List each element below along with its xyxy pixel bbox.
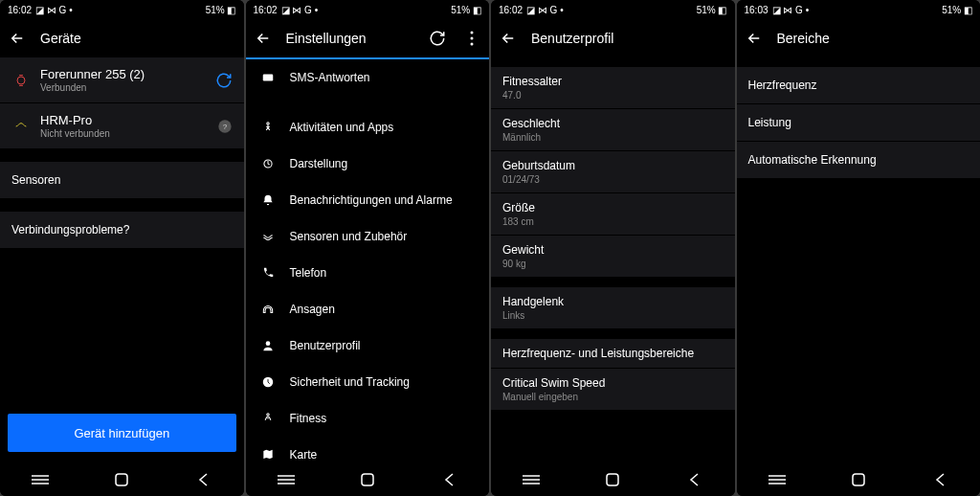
back-icon[interactable] [497, 27, 520, 50]
settings-label: Darstellung [290, 157, 348, 170]
profile-label: Geburtsdatum [502, 159, 724, 172]
settings-icon [259, 69, 277, 86]
home-button[interactable] [602, 469, 623, 490]
device-row-forerunner[interactable]: Forerunner 255 (2) Verbunden [0, 57, 244, 102]
profile-row-zones[interactable]: Herzfrequenz- und Leistungsbereiche [491, 339, 735, 368]
settings-label: Fitness [290, 412, 327, 425]
status-bar: 16:03◪ ⋈ G • 51% ◧ [737, 0, 981, 19]
settings-icon [259, 337, 277, 354]
overflow-menu-icon[interactable] [460, 27, 483, 50]
zone-row[interactable]: Automatische Erkennung [737, 142, 981, 178]
svg-point-13 [265, 341, 270, 346]
settings-row[interactable]: Karte [246, 437, 490, 463]
settings-row[interactable]: Telefon [246, 255, 490, 291]
settings-icon [259, 264, 277, 282]
recent-apps-button[interactable] [767, 469, 788, 490]
android-navbar [491, 463, 735, 496]
settings-row[interactable]: Fitness [246, 400, 490, 437]
watch-icon [11, 71, 31, 90]
svg-point-0 [17, 77, 25, 84]
profile-value: 90 kg [502, 259, 724, 269]
settings-row[interactable]: Aktivitäten und Apps [246, 109, 490, 146]
settings-label: Karte [290, 448, 318, 462]
zone-row[interactable]: Herzfrequenz [737, 67, 981, 103]
back-button[interactable] [192, 469, 213, 490]
hrm-icon [11, 117, 31, 136]
help-icon[interactable]: ? [217, 119, 233, 134]
back-icon[interactable] [743, 27, 766, 50]
profile-row[interactable]: Geburtsdatum01/24/73 [491, 151, 735, 192]
profile-value: 47.0 [502, 90, 724, 101]
appbar-title: Geräte [40, 31, 238, 46]
profile-value: Männlich [502, 132, 724, 143]
profile-row[interactable]: Größe183 cm [491, 193, 735, 235]
device-row-hrm[interactable]: HRM-Pro Nicht verbunden ? [0, 103, 244, 148]
zone-row[interactable]: Leistung [737, 104, 981, 141]
device-name: HRM-Pro [40, 113, 208, 127]
profile-label: Größe [502, 201, 724, 214]
profile-row-wrist[interactable]: HandgelenkLinks [491, 287, 735, 328]
svg-rect-25 [607, 474, 618, 485]
back-icon[interactable] [6, 27, 29, 50]
svg-point-7 [471, 32, 474, 34]
recent-apps-button[interactable] [276, 469, 297, 490]
settings-icon [259, 410, 277, 427]
settings-label: Benutzerprofil [290, 339, 361, 352]
back-button[interactable] [438, 469, 459, 490]
appbar-title: Einstellungen [286, 31, 415, 46]
android-navbar [737, 463, 981, 496]
svg-rect-6 [116, 474, 127, 485]
home-button[interactable] [848, 469, 869, 490]
sync-icon[interactable] [426, 27, 449, 50]
appbar-title: Bereiche [777, 31, 975, 46]
device-status: Verbunden [40, 82, 206, 93]
settings-row[interactable]: Sensoren und Zubehör [246, 218, 490, 255]
svg-point-8 [471, 37, 474, 40]
profile-row-css[interactable]: Critical Swim SpeedManuell eingeben [491, 369, 735, 410]
settings-icon [259, 301, 277, 318]
settings-icon [259, 446, 277, 463]
settings-label: SMS-Antworten [290, 71, 370, 84]
settings-icon [259, 119, 277, 136]
settings-row[interactable]: Darstellung [246, 146, 490, 182]
recent-apps-button[interactable] [30, 469, 51, 490]
profile-value: 183 cm [502, 216, 724, 227]
app-bar: Bereiche [737, 19, 981, 57]
recent-apps-button[interactable] [521, 469, 542, 490]
back-button[interactable] [683, 469, 704, 490]
settings-label: Aktivitäten und Apps [290, 121, 394, 134]
settings-row[interactable]: Benachrichtigungen und Alarme [246, 182, 490, 218]
settings-icon [259, 192, 277, 209]
profile-label: Gewicht [502, 243, 724, 257]
settings-row[interactable]: Sicherheit und Tracking [246, 364, 490, 400]
settings-row[interactable]: Ansagen [246, 291, 490, 327]
home-button[interactable] [357, 469, 378, 490]
status-bar: 16:02◪ ⋈ G • 51% ◧ [0, 0, 244, 19]
settings-row[interactable]: Benutzerprofil [246, 327, 490, 364]
status-bar: 16:02◪ ⋈ G • 51% ◧ [491, 0, 735, 19]
svg-rect-29 [853, 474, 864, 485]
profile-row[interactable]: Gewicht90 kg [491, 236, 735, 277]
svg-point-11 [266, 123, 268, 124]
settings-label: Sensoren und Zubehör [290, 230, 408, 243]
profile-row[interactable]: Fitnessalter47.0 [491, 67, 735, 108]
connection-problems-row[interactable]: Verbindungsprobleme? [0, 212, 244, 248]
settings-label: Sicherheit und Tracking [290, 375, 410, 389]
back-icon[interactable] [252, 27, 275, 50]
back-button[interactable] [929, 469, 950, 490]
add-device-button[interactable]: Gerät hinzufügen [8, 414, 236, 452]
app-bar: Benutzerprofil [491, 19, 735, 57]
profile-row[interactable]: GeschlechtMännlich [491, 109, 735, 150]
status-bar: 16:02◪ ⋈ G • 51% ◧ [246, 0, 490, 19]
home-button[interactable] [111, 469, 132, 490]
sync-icon[interactable] [215, 72, 233, 89]
sensors-row[interactable]: Sensoren [0, 162, 244, 198]
profile-label: Fitnessalter [502, 75, 724, 88]
android-navbar [246, 463, 490, 496]
app-bar: Einstellungen [246, 19, 490, 57]
svg-point-9 [471, 43, 474, 46]
settings-icon [259, 373, 277, 391]
settings-label: Benachrichtigungen und Alarme [290, 193, 453, 207]
settings-row[interactable]: SMS-Antworten [246, 59, 490, 96]
settings-icon [259, 155, 277, 172]
